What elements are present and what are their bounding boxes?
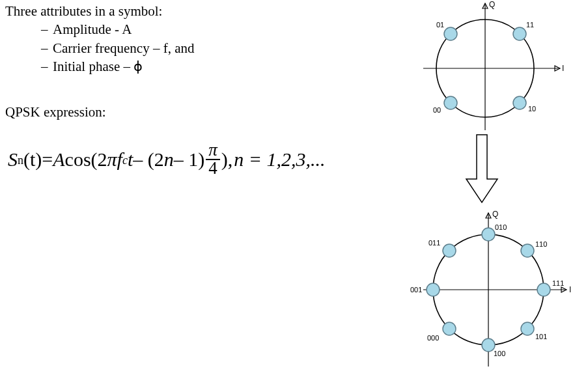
qpsk-point-00: 00 — [433, 96, 457, 114]
i-axis-label: I — [569, 285, 571, 294]
svg-text:11: 11 — [526, 21, 534, 29]
i-axis-label: I — [562, 64, 564, 73]
intro-item-frequency: –Carrier frequency – f, and — [41, 40, 292, 57]
page-root: Three attributes in a symbol: –Amplitude… — [0, 0, 588, 388]
svg-text:011: 011 — [428, 239, 440, 247]
svg-point-4 — [513, 27, 526, 40]
8psk-point-000: 000 — [427, 322, 456, 342]
qpsk-constellation-diagram: Q I 01 11 10 00 — [400, 0, 576, 137]
svg-point-26 — [443, 244, 456, 257]
svg-point-18 — [521, 322, 534, 335]
8psk-constellation-diagram: Q I 010 110 111 101 100 — [400, 195, 583, 387]
svg-point-24 — [427, 283, 440, 296]
svg-text:00: 00 — [433, 106, 441, 114]
8psk-point-110: 110 — [521, 240, 547, 257]
intro-list: –Amplitude - A –Carrier frequency – f, a… — [41, 21, 292, 75]
intro-heading: Three attributes in a symbol: — [5, 3, 292, 20]
svg-point-16 — [537, 283, 550, 296]
intro-item-phase: –Initial phase – ϕ — [41, 58, 292, 75]
svg-text:10: 10 — [528, 105, 536, 113]
svg-text:111: 111 — [552, 279, 564, 287]
qpsk-expression-equation: Sn(t) = Acos(2πfct – (2n – 1) π 4 ), n =… — [8, 142, 326, 176]
svg-point-14 — [521, 244, 534, 257]
8psk-point-100: 100 — [482, 339, 505, 357]
8psk-point-011: 011 — [428, 239, 456, 257]
8psk-point-101: 101 — [521, 322, 547, 340]
intro-block: Three attributes in a symbol: –Amplitude… — [5, 3, 292, 76]
svg-point-20 — [482, 339, 495, 352]
8psk-point-010: 010 — [482, 223, 507, 241]
svg-text:110: 110 — [535, 240, 547, 248]
arrow-down-icon — [462, 133, 501, 205]
intro-item-amplitude: –Amplitude - A — [41, 21, 292, 38]
svg-point-12 — [482, 228, 495, 241]
q-axis-label: Q — [489, 0, 495, 9]
svg-text:001: 001 — [410, 286, 422, 294]
svg-text:101: 101 — [535, 333, 547, 340]
q-axis-label: Q — [492, 210, 498, 219]
svg-point-6 — [513, 96, 526, 109]
qpsk-expression-label: QPSK expression: — [5, 104, 106, 120]
svg-text:010: 010 — [495, 223, 507, 231]
svg-text:100: 100 — [494, 350, 505, 357]
qpsk-point-10: 10 — [513, 96, 536, 113]
svg-text:000: 000 — [427, 334, 439, 342]
svg-point-8 — [444, 96, 457, 109]
qpsk-point-01: 01 — [436, 21, 457, 40]
svg-point-2 — [444, 27, 457, 40]
svg-text:01: 01 — [436, 21, 444, 29]
8psk-point-111: 111 — [537, 279, 564, 296]
svg-point-22 — [443, 322, 456, 335]
qpsk-point-11: 11 — [513, 21, 534, 40]
